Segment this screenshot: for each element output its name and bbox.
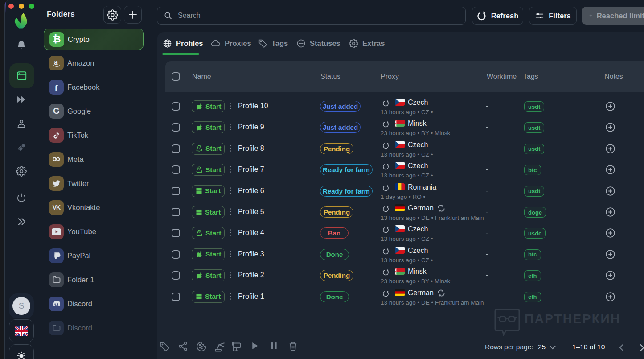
svg-text:a: a bbox=[54, 58, 58, 66]
